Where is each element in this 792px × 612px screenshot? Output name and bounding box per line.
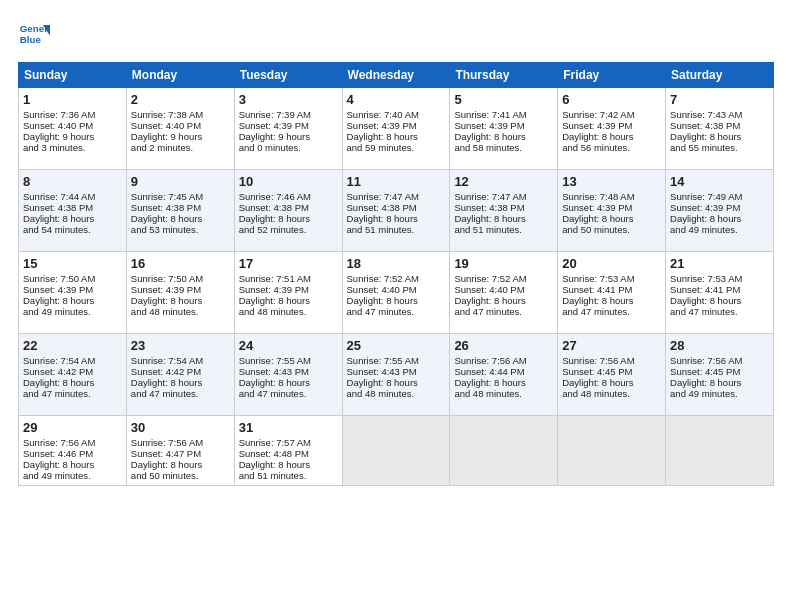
day-info-line: Sunrise: 7:53 AM <box>670 273 769 284</box>
calendar-cell: 23Sunrise: 7:54 AMSunset: 4:42 PMDayligh… <box>126 334 234 416</box>
calendar-cell: 29Sunrise: 7:56 AMSunset: 4:46 PMDayligh… <box>19 416 127 486</box>
day-number: 31 <box>239 420 338 435</box>
day-info-line: Sunset: 4:38 PM <box>239 202 338 213</box>
day-info-line: Sunset: 4:39 PM <box>239 120 338 131</box>
day-number: 7 <box>670 92 769 107</box>
day-info-line: and 47 minutes. <box>23 388 122 399</box>
day-info-line: and 58 minutes. <box>454 142 553 153</box>
day-info-line: and 47 minutes. <box>239 388 338 399</box>
day-info-line: Sunset: 4:39 PM <box>562 202 661 213</box>
day-info-line: Sunrise: 7:40 AM <box>347 109 446 120</box>
day-info-line: Sunrise: 7:39 AM <box>239 109 338 120</box>
day-info-line: Daylight: 8 hours <box>239 377 338 388</box>
day-info-line: Sunrise: 7:57 AM <box>239 437 338 448</box>
day-info-line: Sunrise: 7:50 AM <box>131 273 230 284</box>
day-number: 15 <box>23 256 122 271</box>
day-info-line: and 48 minutes. <box>562 388 661 399</box>
day-info-line: Sunrise: 7:38 AM <box>131 109 230 120</box>
day-info-line: Sunset: 4:43 PM <box>239 366 338 377</box>
calendar-cell <box>342 416 450 486</box>
day-info-line: Sunrise: 7:55 AM <box>347 355 446 366</box>
weekday-header-saturday: Saturday <box>666 63 774 88</box>
calendar-header-row: SundayMondayTuesdayWednesdayThursdayFrid… <box>19 63 774 88</box>
day-info-line: and 51 minutes. <box>454 224 553 235</box>
day-info-line: and 47 minutes. <box>562 306 661 317</box>
day-number: 10 <box>239 174 338 189</box>
day-info-line: Sunset: 4:39 PM <box>454 120 553 131</box>
calendar-cell: 10Sunrise: 7:46 AMSunset: 4:38 PMDayligh… <box>234 170 342 252</box>
day-info-line: Sunset: 4:45 PM <box>562 366 661 377</box>
day-info-line: Daylight: 9 hours <box>239 131 338 142</box>
day-info-line: Sunrise: 7:56 AM <box>131 437 230 448</box>
header: General Blue <box>18 18 774 50</box>
calendar-body: 1Sunrise: 7:36 AMSunset: 4:40 PMDaylight… <box>19 88 774 486</box>
day-info-line: and 48 minutes. <box>454 388 553 399</box>
day-info-line: and 48 minutes. <box>347 388 446 399</box>
weekday-header-wednesday: Wednesday <box>342 63 450 88</box>
day-info-line: Daylight: 8 hours <box>454 213 553 224</box>
day-info-line: Sunset: 4:42 PM <box>131 366 230 377</box>
day-info-line: Sunset: 4:39 PM <box>23 284 122 295</box>
day-number: 4 <box>347 92 446 107</box>
weekday-header-sunday: Sunday <box>19 63 127 88</box>
calendar-cell: 4Sunrise: 7:40 AMSunset: 4:39 PMDaylight… <box>342 88 450 170</box>
day-info-line: and 0 minutes. <box>239 142 338 153</box>
day-info-line: Sunrise: 7:52 AM <box>347 273 446 284</box>
day-info-line: Sunset: 4:44 PM <box>454 366 553 377</box>
day-info-line: Daylight: 8 hours <box>131 295 230 306</box>
day-number: 14 <box>670 174 769 189</box>
calendar-cell: 26Sunrise: 7:56 AMSunset: 4:44 PMDayligh… <box>450 334 558 416</box>
day-info-line: Sunset: 4:38 PM <box>23 202 122 213</box>
day-info-line: Daylight: 8 hours <box>454 295 553 306</box>
calendar-cell <box>666 416 774 486</box>
day-info-line: Sunset: 4:39 PM <box>131 284 230 295</box>
day-info-line: Sunset: 4:38 PM <box>454 202 553 213</box>
day-info-line: Sunset: 4:45 PM <box>670 366 769 377</box>
day-info-line: Sunset: 4:38 PM <box>670 120 769 131</box>
day-info-line: and 49 minutes. <box>670 388 769 399</box>
weekday-header-tuesday: Tuesday <box>234 63 342 88</box>
day-info-line: Daylight: 8 hours <box>670 377 769 388</box>
calendar-table: SundayMondayTuesdayWednesdayThursdayFrid… <box>18 62 774 486</box>
weekday-header-friday: Friday <box>558 63 666 88</box>
day-info-line: and 52 minutes. <box>239 224 338 235</box>
day-info-line: and 3 minutes. <box>23 142 122 153</box>
day-info-line: and 47 minutes. <box>131 388 230 399</box>
day-number: 24 <box>239 338 338 353</box>
day-number: 5 <box>454 92 553 107</box>
weekday-header-thursday: Thursday <box>450 63 558 88</box>
calendar-cell: 7Sunrise: 7:43 AMSunset: 4:38 PMDaylight… <box>666 88 774 170</box>
day-number: 19 <box>454 256 553 271</box>
day-info-line: Sunrise: 7:41 AM <box>454 109 553 120</box>
calendar-cell: 2Sunrise: 7:38 AMSunset: 4:40 PMDaylight… <box>126 88 234 170</box>
calendar-cell: 17Sunrise: 7:51 AMSunset: 4:39 PMDayligh… <box>234 252 342 334</box>
day-info-line: Sunset: 4:38 PM <box>347 202 446 213</box>
day-number: 1 <box>23 92 122 107</box>
calendar-week-2: 8Sunrise: 7:44 AMSunset: 4:38 PMDaylight… <box>19 170 774 252</box>
day-info-line: Sunset: 4:46 PM <box>23 448 122 459</box>
calendar-cell: 12Sunrise: 7:47 AMSunset: 4:38 PMDayligh… <box>450 170 558 252</box>
day-info-line: and 47 minutes. <box>670 306 769 317</box>
day-info-line: Daylight: 8 hours <box>239 459 338 470</box>
day-info-line: Daylight: 8 hours <box>131 459 230 470</box>
day-info-line: Daylight: 8 hours <box>239 295 338 306</box>
day-info-line: and 49 minutes. <box>23 306 122 317</box>
day-info-line: Sunset: 4:39 PM <box>562 120 661 131</box>
day-info-line: Sunset: 4:39 PM <box>239 284 338 295</box>
calendar-cell: 22Sunrise: 7:54 AMSunset: 4:42 PMDayligh… <box>19 334 127 416</box>
calendar-week-1: 1Sunrise: 7:36 AMSunset: 4:40 PMDaylight… <box>19 88 774 170</box>
calendar-cell <box>450 416 558 486</box>
calendar-cell: 9Sunrise: 7:45 AMSunset: 4:38 PMDaylight… <box>126 170 234 252</box>
day-number: 11 <box>347 174 446 189</box>
day-info-line: and 59 minutes. <box>347 142 446 153</box>
day-info-line: Sunset: 4:42 PM <box>23 366 122 377</box>
calendar-cell: 18Sunrise: 7:52 AMSunset: 4:40 PMDayligh… <box>342 252 450 334</box>
day-info-line: Sunset: 4:39 PM <box>347 120 446 131</box>
day-info-line: Sunset: 4:39 PM <box>670 202 769 213</box>
day-info-line: Daylight: 8 hours <box>347 131 446 142</box>
calendar-cell: 6Sunrise: 7:42 AMSunset: 4:39 PMDaylight… <box>558 88 666 170</box>
day-number: 8 <box>23 174 122 189</box>
day-info-line: Daylight: 9 hours <box>131 131 230 142</box>
day-number: 2 <box>131 92 230 107</box>
day-info-line: Sunset: 4:40 PM <box>131 120 230 131</box>
